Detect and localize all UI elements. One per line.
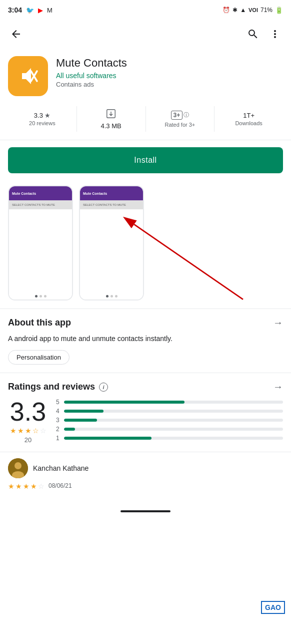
ratings-title: Ratings and reviews — [8, 382, 95, 392]
reviewer-name: Kanchan Kathane — [33, 464, 283, 472]
battery-icon: 🔋 — [275, 7, 283, 14]
reviewer-row: Kanchan Kathane — [8, 458, 283, 478]
install-section: Install — [0, 140, 291, 181]
bar-row-5: 5 — [56, 399, 283, 406]
ratings-body: 3.3 ★ ★ ★ ☆ ☆ 20 5 4 3 — [8, 399, 283, 444]
star-4: ☆ — [32, 427, 39, 435]
signal-icon: VOl — [248, 7, 258, 13]
app-ads: Contains ads — [56, 81, 283, 88]
top-nav — [0, 20, 291, 48]
install-button[interactable]: Install — [8, 147, 283, 173]
review-stars: ★ ★ ★ ★ ☆ 08/06/21 — [8, 482, 283, 490]
bluetooth-icon: ✱ — [232, 7, 238, 14]
rating-star-icon: ★ — [44, 112, 50, 119]
status-bar: 3:04 🐦 ▶ M ⏰ ✱ ▲ VOl 71% 🔋 — [0, 0, 291, 20]
app-developer[interactable]: All useful softwares — [56, 72, 283, 80]
screenshot-2-subheader: SELECT CONTACTS TO MUTE — [80, 200, 143, 209]
rating-bars: 5 4 3 2 1 — [56, 399, 283, 444]
rating-label: 20 reviews — [29, 120, 56, 126]
review-section: Kanchan Kathane ★ ★ ★ ★ ☆ 08/06/21 — [0, 452, 291, 504]
app-header: Mute Contacts All useful softwares Conta… — [0, 48, 291, 102]
watermark: GAO — [261, 601, 285, 614]
bar-row-1: 1 — [56, 435, 283, 442]
ratings-info-icon: i — [99, 383, 108, 392]
screenshot-2: Mute Contacts SELECT CONTACTS TO MUTE — [79, 185, 144, 300]
rating-value: 3.3 — [34, 112, 43, 119]
alarm-icon: ⏰ — [222, 7, 230, 14]
bar-row-3: 3 — [56, 417, 283, 424]
downloads-value: 1T+ — [243, 112, 254, 119]
wifi-icon: ▲ — [240, 7, 246, 14]
big-count: 20 — [8, 436, 48, 444]
big-number: 3.3 — [8, 399, 48, 425]
big-stars: ★ ★ ★ ☆ ☆ — [8, 427, 48, 435]
screenshot-2-header: Mute Contacts — [80, 186, 143, 200]
downloads-label: Downloads — [235, 120, 262, 126]
more-options-button[interactable] — [265, 24, 285, 44]
reviewer-avatar — [8, 458, 28, 478]
big-rating: 3.3 ★ ★ ★ ☆ ☆ 20 — [8, 399, 48, 444]
size-value: 4.3 MB — [101, 122, 122, 130]
stat-age-rating: 3+ ⓘ Rated for 3+ — [146, 106, 215, 132]
stat-size: 4.3 MB — [77, 106, 146, 132]
app-icon — [8, 56, 48, 96]
app-info: Mute Contacts All useful softwares Conta… — [56, 56, 283, 88]
bottom-bar — [0, 504, 291, 518]
star-3: ★ — [25, 427, 32, 435]
about-description: A android app to mute and unmute contact… — [8, 334, 283, 344]
stat-downloads: 1T+ Downloads — [214, 106, 283, 132]
about-arrow-icon[interactable]: → — [273, 317, 283, 329]
bar-row-4: 4 — [56, 408, 283, 415]
bar-row-2: 2 — [56, 426, 283, 433]
app-name: Mute Contacts — [56, 56, 283, 71]
reviewer-info: Kanchan Kathane — [33, 464, 283, 472]
ratings-arrow-icon[interactable]: → — [273, 381, 283, 393]
review-date: 08/06/21 — [48, 482, 72, 490]
youtube-icon: ▶ — [38, 7, 43, 14]
star-5: ☆ — [40, 427, 46, 435]
age-rating-label: Rated for 3+ — [164, 122, 195, 128]
about-section: About this app → A android app to mute a… — [0, 308, 291, 373]
stat-rating: 3.3 ★ 20 reviews — [8, 106, 77, 132]
stats-row: 3.3 ★ 20 reviews 4.3 MB 3+ ⓘ Rated for 3… — [0, 102, 291, 140]
back-button[interactable] — [6, 24, 26, 44]
search-button[interactable] — [243, 24, 263, 44]
about-tag[interactable]: Personalisation — [8, 350, 70, 365]
star-1: ★ — [10, 427, 16, 435]
star-2: ★ — [18, 427, 24, 435]
status-time: 3:04 — [8, 6, 22, 14]
screenshots-section: Mute Contacts SELECT CONTACTS TO MUTE Mu… — [0, 181, 291, 308]
screenshot-1-subheader: SELECT CONTACTS TO MUTE — [9, 200, 72, 209]
battery-pct: 71% — [260, 7, 272, 14]
ratings-section: Ratings and reviews i → 3.3 ★ ★ ★ ☆ ☆ 20… — [0, 373, 291, 452]
gmail-icon: M — [47, 7, 52, 14]
about-title: About this app — [8, 317, 71, 328]
screenshot-1: Mute Contacts SELECT CONTACTS TO MUTE — [8, 185, 73, 300]
screenshots-list: Mute Contacts SELECT CONTACTS TO MUTE Mu… — [8, 185, 283, 300]
svg-point-7 — [14, 462, 22, 469]
screenshot-1-header: Mute Contacts — [9, 186, 72, 200]
home-indicator — [120, 510, 170, 512]
twitter-icon: 🐦 — [26, 7, 34, 14]
